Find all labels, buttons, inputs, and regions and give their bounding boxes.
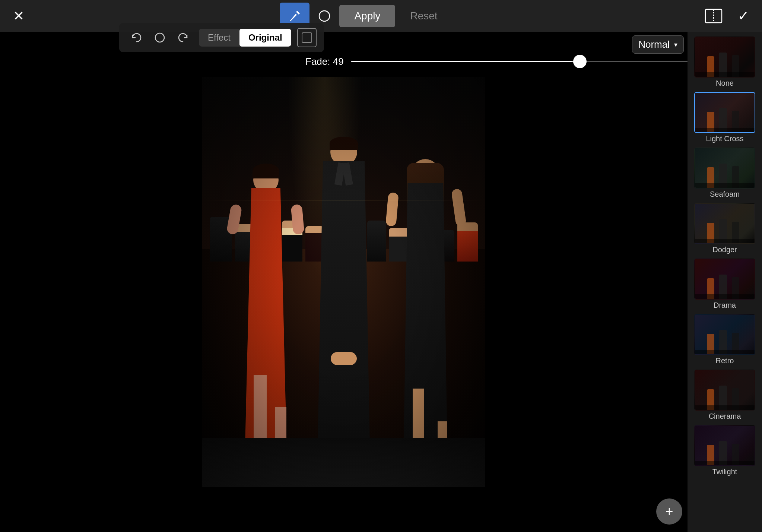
filter-thumb-drama <box>694 259 755 300</box>
filter-thumb-seafoam <box>694 148 755 189</box>
effect-tab[interactable]: Effect <box>199 29 239 47</box>
top-toolbar: ✕ Apply Reset ✓ <box>0 0 762 32</box>
filter-label-retro: Retro <box>716 357 734 365</box>
filter-list: None Light Cross Seafoam Dodger Drama Re… <box>694 34 755 478</box>
filter-label-drama: Drama <box>714 301 736 310</box>
undo-redo-group <box>127 28 193 48</box>
fade-slider-thumb[interactable] <box>573 55 587 68</box>
blend-mode-dropdown[interactable]: Normal ▾ <box>632 35 684 54</box>
filter-thumb-light-cross <box>694 92 755 133</box>
filter-label-light-cross: Light Cross <box>706 134 743 143</box>
filter-item-drama[interactable]: Drama <box>694 256 755 312</box>
effect-original-toggle: Effect Original <box>199 29 291 47</box>
split-view-button[interactable] <box>702 5 725 27</box>
right-panel: None Light Cross Seafoam Dodger Drama Re… <box>688 0 762 532</box>
svg-point-3 <box>155 33 164 42</box>
filter-thumb-dodger <box>694 203 755 244</box>
dropdown-arrow-icon: ▾ <box>674 41 677 49</box>
fade-slider-track[interactable] <box>351 61 688 62</box>
filter-item-twilight[interactable]: Twilight <box>694 423 755 478</box>
original-tab[interactable]: Original <box>239 29 291 47</box>
filter-thumb-twilight <box>694 425 755 466</box>
fade-label: Fade: 49 <box>305 56 344 67</box>
filter-thumb-none <box>694 37 755 77</box>
filter-item-light-cross[interactable]: Light Cross <box>694 90 755 145</box>
circle-button[interactable] <box>150 28 170 48</box>
confirm-button[interactable]: ✓ <box>732 5 755 27</box>
main-image-area <box>0 32 688 532</box>
redo-button[interactable] <box>173 28 193 48</box>
filter-label-twilight: Twilight <box>712 468 737 476</box>
secondary-toolbar: Effect Original <box>119 23 324 52</box>
filter-item-seafoam[interactable]: Seafoam <box>694 145 755 201</box>
filter-item-cinerama[interactable]: Cinerama <box>694 367 755 423</box>
filter-label-cinerama: Cinerama <box>709 412 741 421</box>
compare-button[interactable] <box>297 28 317 47</box>
undo-button[interactable] <box>127 28 147 48</box>
blend-mode-label: Normal <box>638 39 670 50</box>
reset-button[interactable]: Reset <box>395 5 452 27</box>
filter-label-seafoam: Seafoam <box>710 190 740 199</box>
filter-item-none[interactable]: None <box>694 34 755 90</box>
svg-point-0 <box>319 11 330 21</box>
filter-item-retro[interactable]: Retro <box>694 312 755 367</box>
toolbar-right: ✓ <box>702 5 755 27</box>
fade-control: Fade: 49 <box>305 48 688 75</box>
photo-canvas <box>202 77 485 487</box>
filter-item-dodger[interactable]: Dodger <box>694 201 755 256</box>
svg-rect-4 <box>302 33 312 42</box>
fade-slider-fill <box>351 61 580 62</box>
filter-label-none: None <box>716 79 734 88</box>
apply-button[interactable]: Apply <box>339 5 395 27</box>
filter-label-dodger: Dodger <box>712 246 737 254</box>
close-button[interactable]: ✕ <box>7 5 30 27</box>
filter-thumb-cinerama <box>694 370 755 411</box>
toolbar-left: ✕ <box>7 5 30 27</box>
add-button[interactable]: + <box>656 498 682 525</box>
filter-thumb-retro <box>694 314 755 355</box>
